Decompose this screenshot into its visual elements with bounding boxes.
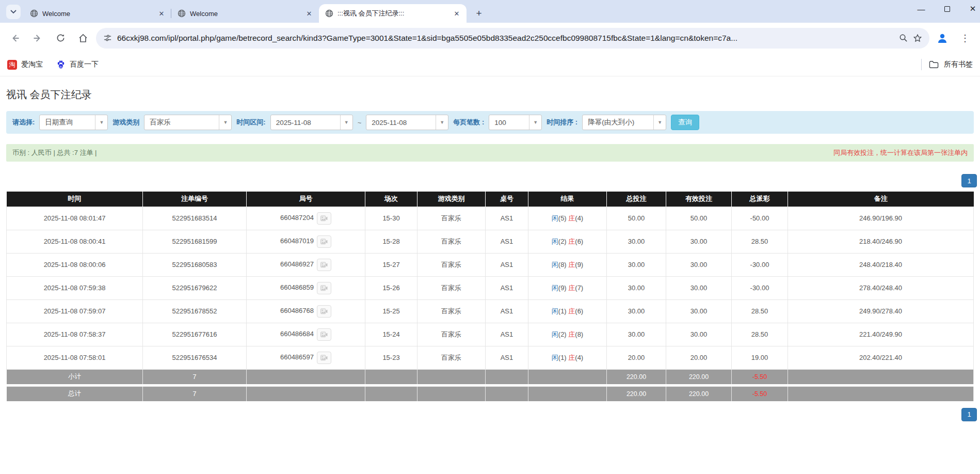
cell-total-bet[interactable]: 30.00 [607,230,666,253]
globe-icon [325,9,333,18]
result-banker: 庄 [568,261,575,268]
tab-bet-record-active[interactable]: :::视讯 会员下注纪录::: ✕ [319,4,467,23]
cell-total-bet[interactable]: 30.00 [607,253,666,276]
cell-session: 15-25 [365,299,417,323]
cell-bet-id: 522951677616 [143,323,247,346]
result-player: 闲 [552,284,558,292]
result-banker: 庄 [568,238,575,245]
summary-empty [417,369,486,384]
tab-title: Welcome [190,10,300,18]
date-from-select[interactable]: 2025-11-08 ▼ [270,115,353,130]
sort-select[interactable]: 降幂(由大到小) ▼ [582,115,666,130]
bookmark-baidu[interactable]: du 百度一下 [56,60,99,69]
cell-result: 闲(2) 庄(6) [528,230,607,253]
date-to-select[interactable]: 2025-11-08 ▼ [366,115,448,130]
game-type-select[interactable]: 百家乐 ▼ [144,115,232,130]
browser-menu-kebab-icon[interactable]: ⋮ [955,28,975,48]
summary-label: 小计 [7,369,143,384]
cell-table-no: AS1 [486,253,528,276]
page-1-button[interactable]: 1 [961,408,977,421]
tab-title: :::视讯 会员下注纪录::: [338,9,448,18]
cell-session: 15-24 [365,323,417,346]
round-video-button[interactable] [317,212,331,225]
cell-payout: -50.00 [732,207,788,230]
window-minimize-icon[interactable]: — [916,5,926,13]
cell-bet-id: 522951681599 [143,230,247,253]
cell-table-no: AS1 [486,230,528,253]
cell-remark: 248.40/218.40 [788,253,974,276]
cell-bet-id: 522951676534 [143,346,247,369]
cell-total-bet[interactable]: 20.00 [607,346,666,369]
cell-table-no: AS1 [486,276,528,299]
bookmark-star-icon[interactable] [913,34,922,43]
cell-game-type: 百家乐 [417,323,486,346]
window-maximize-icon[interactable] [944,6,950,12]
cell-total-bet[interactable]: 30.00 [607,323,666,346]
cell-session: 15-27 [365,253,417,276]
tab-welcome-1[interactable]: Welcome ✕ [24,4,171,23]
cell-round: 660486927 [247,253,365,276]
bookmark-taobao[interactable]: 淘 爱淘宝 [7,60,43,70]
cell-round: 660486859 [247,276,365,299]
select-label: 请选择: [12,118,35,127]
url-bar[interactable]: 66cxkj98.com/ipl/portal.php/game/betreco… [96,28,929,49]
result-banker: 庄 [568,284,575,292]
round-video-button[interactable] [317,259,331,271]
summary-empty [365,369,417,384]
cell-payout: 28.50 [732,323,788,346]
tab-close-icon[interactable]: ✕ [157,9,166,18]
cell-time: 2025-11-08 07:58:37 [7,323,143,346]
column-header: 有效投注 [666,192,732,207]
result-player: 闲 [552,238,558,245]
tab-close-icon[interactable]: ✕ [304,9,314,18]
round-video-button[interactable] [317,282,331,294]
query-mode-select[interactable]: 日期查询 ▼ [39,115,108,130]
info-notice: 同局有效投注，统一计算在该局第一张注单内 [833,148,968,157]
zoom-lens-icon[interactable] [899,34,908,42]
cell-total-bet[interactable]: 30.00 [607,299,666,323]
result-player: 闲 [552,214,558,222]
round-video-button[interactable] [317,328,331,341]
column-header: 备注 [788,192,974,207]
cell-result: 闲(1) 庄(6) [528,299,607,323]
cell-remark: 221.40/249.90 [788,323,974,346]
search-button[interactable]: 查询 [671,115,699,130]
round-video-button[interactable] [317,352,331,364]
total-row: 总计7220.00220.00-5.50 [7,386,974,401]
reload-icon[interactable] [51,28,70,48]
globe-icon [30,9,38,18]
cell-total-bet[interactable]: 30.00 [607,276,666,299]
page-size-select[interactable]: 100 ▼ [489,115,542,130]
result-banker: 庄 [568,330,575,338]
profile-avatar-icon[interactable] [933,28,952,48]
all-bookmarks-label: 所有书签 [944,60,973,69]
cell-time: 2025-11-08 07:58:01 [7,346,143,369]
table-header-row: 时间注单编号局号场次游戏类别桌号结果总投注有效投注总派彩备注 [7,192,974,207]
round-video-button[interactable] [317,305,331,318]
all-bookmarks[interactable]: 所有书签 [921,59,973,70]
back-icon[interactable] [5,28,25,48]
column-header: 桌号 [486,192,528,207]
cell-time: 2025-11-08 07:59:38 [7,276,143,299]
cell-result: 闲(1) 庄(4) [528,346,607,369]
cell-table-no: AS1 [486,207,528,230]
cell-remark: 246.90/196.90 [788,207,974,230]
summary-empty [788,369,974,384]
result-banker: 庄 [568,354,575,361]
round-video-button[interactable] [317,235,331,248]
summary-count: 7 [143,369,247,384]
cell-valid-bet: 30.00 [666,253,732,276]
cell-payout: -30.00 [732,276,788,299]
new-tab-button[interactable]: + [472,6,486,21]
cell-total-bet[interactable]: 50.00 [607,207,666,230]
site-settings-icon[interactable] [103,34,112,42]
tab-welcome-2[interactable]: Welcome ✕ [171,4,319,23]
window-close-icon[interactable]: ✕ [968,4,978,13]
page-1-button[interactable]: 1 [961,174,977,187]
tab-search-chevron-icon[interactable] [6,5,21,19]
taobao-icon: 淘 [7,60,17,70]
tab-close-icon[interactable]: ✕ [452,9,461,18]
date-to-value: 2025-11-08 [366,119,436,127]
home-icon[interactable] [73,28,93,48]
forward-icon[interactable] [28,28,47,48]
